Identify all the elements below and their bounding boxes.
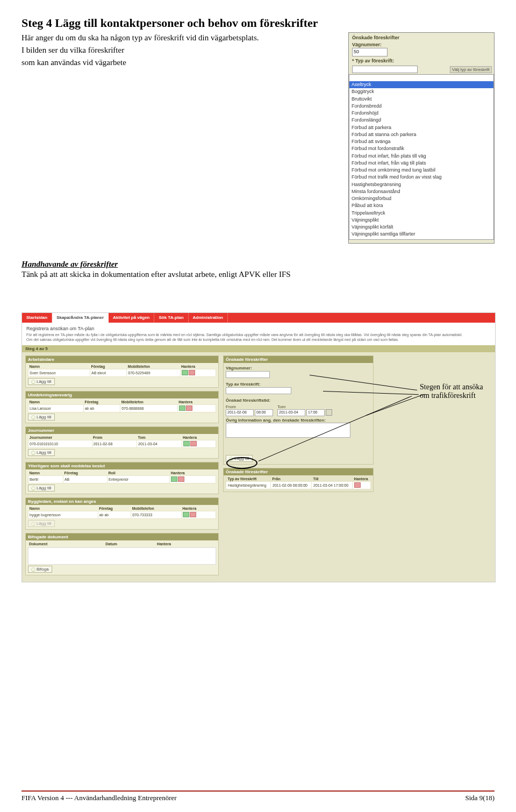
reg-title: Registrera ansökan om TA-plan (26, 326, 491, 331)
vagnummer-label: Vägnummer: (352, 42, 491, 47)
typ-option[interactable]: Bruttovikt (349, 96, 493, 103)
typ-label: * Typ av föreskrift: (352, 58, 491, 63)
reg-desc-1: För att registrera en TA-plan måste du f… (26, 332, 491, 337)
typ-option[interactable]: Boggitryck (349, 88, 493, 95)
intro-line: Här anger du om du ska ha någon typ av f… (22, 32, 338, 44)
lagg-till-button[interactable]: Lägg till (28, 485, 55, 492)
typ-option[interactable]: Hastighetsbegränsning (349, 181, 493, 188)
vagnummer-input[interactable]: 50 (352, 48, 388, 56)
panel-byggledare-title: Byggledare, endast en kan anges (26, 498, 218, 505)
typ-option[interactable]: Förbud att parkera (349, 124, 493, 131)
bifoga-button[interactable]: Bifoga (28, 566, 52, 573)
panel-utmarkning-title: Utmärkningsansvarig (26, 391, 218, 398)
calendar-icon[interactable] (326, 409, 332, 416)
typ-option[interactable]: Förbud att svänga (349, 138, 493, 145)
delete-icon[interactable] (190, 512, 196, 517)
typ-option[interactable]: Fordonsbredd (349, 103, 493, 110)
dropdown-title: Önskade föreskrifter (352, 35, 491, 40)
typ-option[interactable]: Väjningsplikt samtliga tillfarter (349, 231, 493, 238)
typ-option[interactable]: Förbud mot infart, från väg till plats (349, 160, 493, 167)
vagnr-label: Vägnummer: (226, 366, 371, 371)
panel-ytterligare-title: Ytterligare som skall meddelas beslut (26, 462, 218, 469)
typ-label: Typ av föreskrift: (226, 382, 371, 387)
typ-option[interactable]: Trippelaxeltryck (349, 210, 493, 217)
footer-rule (22, 790, 494, 792)
edit-icon[interactable] (183, 512, 189, 517)
lagg-till-button[interactable]: Lägg till (28, 378, 55, 385)
nav-tab-aktivitet[interactable]: Aktivitet på vägen (109, 313, 154, 323)
empty-doc-list (28, 547, 216, 565)
typ-option[interactable]: Axeltryck (349, 81, 493, 88)
tom-label: Tom (277, 404, 332, 409)
nav-tab-skapa[interactable]: Skapa/Ändra TA-planer (52, 313, 109, 323)
table-row: 070-01010101102011-02-082011-03-04 (28, 440, 216, 447)
table-row: BertilABEntreprenör (28, 475, 216, 483)
delete-icon[interactable] (178, 476, 184, 482)
typ-option[interactable]: Väjningsplikt körfält (349, 224, 493, 231)
reg-desc-2: Om det saknas obligatoriska uppgifter vi… (26, 337, 491, 342)
footer-right: Sida 9(18) (465, 794, 494, 802)
edit-icon[interactable] (182, 370, 188, 375)
lagg-till-button-disabled: Lägg till (28, 520, 55, 527)
table-row: bygge bugnerssonab ab070-733333 (28, 511, 216, 518)
table-row: Sven Svensson AB ekrot 070-5229489 (28, 369, 216, 376)
panel-journummer-title: Journummer (26, 427, 218, 434)
typ-option[interactable]: Förbud mot omkörning med tung lastbil (349, 167, 493, 174)
delete-icon[interactable] (354, 482, 361, 488)
typ-select-hint: Välj typ av föreskrift (450, 66, 492, 73)
footer-left: FIFA Version 4 --- Användarhandledning E… (22, 794, 177, 802)
edit-icon[interactable] (183, 441, 190, 446)
lagg-till-button[interactable]: Lägg till (28, 449, 55, 456)
typ-option[interactable]: Fordonshöjd (349, 110, 493, 117)
ovrig-textarea[interactable] (226, 423, 350, 438)
intro-line-2b: som kan användas vid vägarbete (22, 57, 338, 68)
typ-option[interactable]: Förbud mot trafik med fordon av visst sl… (349, 174, 493, 181)
table-header: Namn Företag Mobiltelefon Hantera (28, 364, 216, 369)
typ-option[interactable]: Fordonslängd (349, 117, 493, 124)
sub-text: Tänk på att att skicka in dokumentation … (22, 269, 494, 280)
nav-bar: Startsidan Skapa/Ändra TA-planer Aktivit… (22, 313, 495, 323)
from-time-input[interactable]: 08:00 (255, 409, 273, 416)
tom-time-input[interactable]: 17:00 (306, 409, 325, 416)
lagg-till-foreskrift-button[interactable]: Lägg till (226, 455, 253, 462)
lagg-till-button[interactable]: Lägg till (28, 414, 55, 421)
annotation-text: Stegen för att ansöka om trafikföreskrif… (420, 383, 483, 401)
typ-input[interactable] (226, 387, 291, 394)
intro-line-2a: I bilden ser du vilka föreskrifter (22, 45, 338, 56)
delete-icon[interactable] (189, 370, 195, 375)
ovrig-label: Övrig information ang. den önskade föres… (226, 418, 371, 423)
typ-option[interactable]: Förbud mot infart, från plats till väg (349, 153, 493, 160)
delete-icon[interactable] (186, 405, 192, 411)
typ-option[interactable]: Förbud att stanna och parkera (349, 131, 493, 138)
panel-bifogade-title: Bifogade dokument (26, 533, 218, 540)
typ-option[interactable]: Minsta fordonsavstånd (349, 188, 493, 195)
typ-option[interactable]: Förbud mot fordonstrafik (349, 145, 493, 152)
sub-heading: Handhavande av föreskrifter (22, 260, 494, 269)
typ-option[interactable]: Påbud att köra (349, 202, 493, 209)
from-label: From (226, 404, 273, 409)
from-date-input[interactable]: 2011-02-08 (226, 409, 254, 416)
foreskrift-dropdown-screenshot: Önskade föreskrifter Vägnummer: 50 * Typ… (348, 32, 494, 244)
page-footer: FIFA Version 4 --- Användarhandledning E… (0, 794, 516, 808)
app-screenshot: Startsidan Skapa/Ändra TA-planer Aktivit… (22, 312, 496, 582)
table-row: Hastighetsbegränsning2011-02-08 08:00:00… (226, 481, 371, 489)
tid-label: Önskad föreskriftstid: (226, 398, 371, 403)
delete-icon[interactable] (190, 441, 197, 446)
typ-option-list[interactable]: Axeltryck Boggitryck Bruttovikt Fordonsb… (349, 74, 494, 240)
vagnr-input[interactable] (226, 371, 270, 378)
edit-icon[interactable] (179, 405, 185, 411)
table-row: Lisa Larssonab ab070-8888888 (28, 404, 216, 412)
step-heading: Steg 4 Lägg till kontaktpersoner och beh… (22, 16, 494, 30)
nav-tab-admin[interactable]: Administration (189, 313, 228, 323)
edit-icon[interactable] (171, 476, 177, 482)
step-bar: Steg 4 av 5 (22, 345, 495, 352)
panel-onskade-title: Önskade föreskrifter (224, 356, 373, 363)
nav-tab-sok[interactable]: Sök TA-plan (154, 313, 188, 323)
nav-tab-start[interactable]: Startsidan (22, 313, 52, 323)
panel-arbetsledare-title: Arbetsledare (26, 356, 218, 363)
typ-option[interactable]: Väjningsplikt (349, 217, 493, 224)
typ-select[interactable] (352, 66, 418, 73)
panel-onskade-tbl-title: Önskade föreskrifter (224, 468, 373, 475)
tom-date-input[interactable]: 2011-03-04 (277, 409, 305, 416)
typ-option[interactable]: Omkörningsförbud (349, 195, 493, 202)
